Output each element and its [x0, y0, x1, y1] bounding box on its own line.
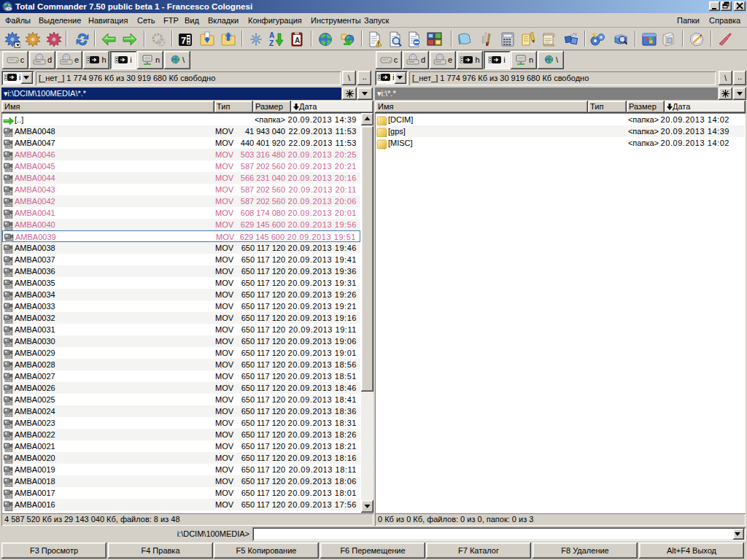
svg-text:7: 7 [181, 35, 186, 46]
svg-text:A: A [295, 36, 300, 44]
svg-text:!: ! [378, 41, 379, 46]
svg-text:Z: Z [269, 39, 274, 47]
svg-text:A: A [269, 31, 274, 39]
